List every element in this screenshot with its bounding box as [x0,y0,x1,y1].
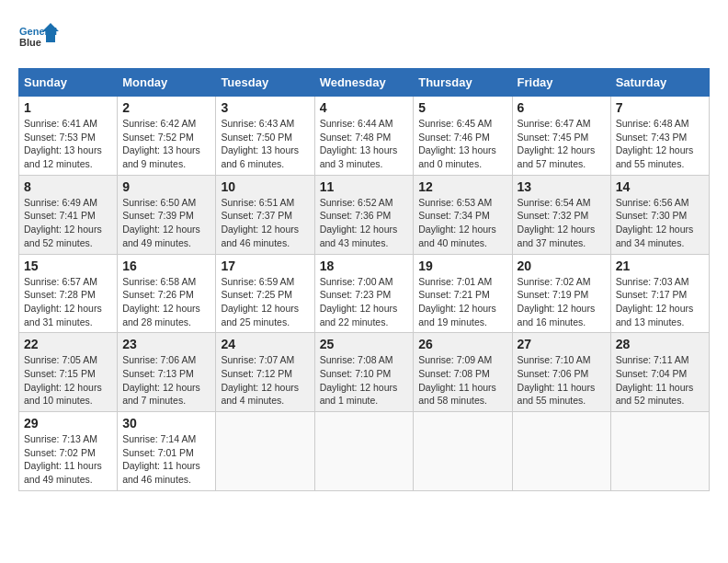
cell-info: Sunrise: 7:14 AMSunset: 7:01 PMDaylight:… [122,433,200,485]
day-number: 27 [518,337,606,351]
day-number: 18 [320,259,409,273]
day-number: 6 [518,100,606,115]
calendar-cell: 14Sunrise: 6:56 AMSunset: 7:30 PMDayligh… [610,175,709,254]
calendar-cell: 28Sunrise: 7:11 AMSunset: 7:04 PMDayligh… [610,333,709,412]
calendar-cell [512,412,610,491]
calendar-cell: 12Sunrise: 6:53 AMSunset: 7:34 PMDayligh… [414,175,512,254]
calendar-cell: 18Sunrise: 7:00 AMSunset: 7:23 PMDayligh… [314,254,414,333]
cell-info: Sunrise: 7:05 AMSunset: 7:15 PMDaylight:… [24,354,102,406]
calendar-cell: 26Sunrise: 7:09 AMSunset: 7:08 PMDayligh… [414,333,512,412]
weekday-header-wednesday: Wednesday [314,69,414,97]
day-number: 1 [24,100,112,115]
calendar-row: 8Sunrise: 6:49 AMSunset: 7:41 PMDaylight… [19,175,710,254]
calendar-cell [314,412,414,491]
calendar-cell: 2Sunrise: 6:42 AMSunset: 7:52 PMDaylight… [118,97,216,176]
calendar-cell: 9Sunrise: 6:50 AMSunset: 7:39 PMDaylight… [118,175,216,254]
cell-info: Sunrise: 6:49 AMSunset: 7:41 PMDaylight:… [24,197,102,248]
cell-info: Sunrise: 7:00 AMSunset: 7:23 PMDaylight:… [320,276,398,327]
calendar-cell: 23Sunrise: 7:06 AMSunset: 7:13 PMDayligh… [118,333,216,412]
weekday-header-monday: Monday [118,69,216,97]
cell-info: Sunrise: 6:56 AMSunset: 7:30 PMDaylight:… [616,197,694,248]
day-number: 14 [616,179,704,194]
day-number: 15 [24,259,112,273]
calendar-cell: 27Sunrise: 7:10 AMSunset: 7:06 PMDayligh… [512,333,610,412]
weekday-header-tuesday: Tuesday [216,69,314,97]
weekday-header-thursday: Thursday [414,69,512,97]
calendar-row: 22Sunrise: 7:05 AMSunset: 7:15 PMDayligh… [19,333,710,412]
day-number: 7 [616,100,704,115]
calendar-cell: 3Sunrise: 6:43 AMSunset: 7:50 PMDaylight… [216,97,314,176]
day-number: 17 [221,259,309,273]
day-number: 30 [122,416,210,431]
day-number: 20 [518,259,606,273]
calendar-cell [216,412,314,491]
cell-info: Sunrise: 6:42 AMSunset: 7:52 PMDaylight:… [122,118,200,169]
calendar-cell: 21Sunrise: 7:03 AMSunset: 7:17 PMDayligh… [610,254,709,333]
day-number: 24 [221,337,309,351]
day-number: 21 [616,259,704,273]
calendar-cell: 20Sunrise: 7:02 AMSunset: 7:19 PMDayligh… [512,254,610,333]
cell-info: Sunrise: 7:07 AMSunset: 7:12 PMDaylight:… [221,354,299,406]
day-number: 2 [122,100,210,115]
weekday-header-saturday: Saturday [610,69,709,97]
weekday-header-sunday: Sunday [19,69,118,97]
cell-info: Sunrise: 6:41 AMSunset: 7:53 PMDaylight:… [24,118,102,169]
cell-info: Sunrise: 7:13 AMSunset: 7:02 PMDaylight:… [24,433,102,485]
cell-info: Sunrise: 6:58 AMSunset: 7:26 PMDaylight:… [122,276,200,327]
day-number: 23 [122,337,210,351]
calendar-cell: 1Sunrise: 6:41 AMSunset: 7:53 PMDaylight… [19,97,118,176]
cell-info: Sunrise: 7:08 AMSunset: 7:10 PMDaylight:… [320,354,398,406]
cell-info: Sunrise: 6:59 AMSunset: 7:25 PMDaylight:… [221,276,299,327]
cell-info: Sunrise: 6:52 AMSunset: 7:36 PMDaylight:… [320,197,398,248]
cell-info: Sunrise: 7:09 AMSunset: 7:08 PMDaylight:… [418,354,496,406]
calendar-cell: 19Sunrise: 7:01 AMSunset: 7:21 PMDayligh… [414,254,512,333]
calendar-row: 15Sunrise: 6:57 AMSunset: 7:28 PMDayligh… [19,254,710,333]
day-number: 12 [418,179,506,194]
calendar-cell: 11Sunrise: 6:52 AMSunset: 7:36 PMDayligh… [314,175,414,254]
cell-info: Sunrise: 6:48 AMSunset: 7:43 PMDaylight:… [616,118,694,169]
calendar-cell: 7Sunrise: 6:48 AMSunset: 7:43 PMDaylight… [610,97,709,176]
day-number: 29 [24,416,112,431]
page-header: General Blue [18,18,710,59]
calendar-row: 29Sunrise: 7:13 AMSunset: 7:02 PMDayligh… [19,412,710,491]
cell-info: Sunrise: 7:01 AMSunset: 7:21 PMDaylight:… [418,276,496,327]
day-number: 28 [616,337,704,351]
day-number: 13 [518,179,606,194]
day-number: 4 [320,100,409,115]
cell-info: Sunrise: 6:43 AMSunset: 7:50 PMDaylight:… [221,118,299,169]
calendar-cell: 15Sunrise: 6:57 AMSunset: 7:28 PMDayligh… [19,254,118,333]
calendar-row: 1Sunrise: 6:41 AMSunset: 7:53 PMDaylight… [19,97,710,176]
cell-info: Sunrise: 6:47 AMSunset: 7:45 PMDaylight:… [518,118,596,169]
cell-info: Sunrise: 7:11 AMSunset: 7:04 PMDaylight:… [616,354,694,406]
cell-info: Sunrise: 6:53 AMSunset: 7:34 PMDaylight:… [418,197,496,248]
calendar-cell: 16Sunrise: 6:58 AMSunset: 7:26 PMDayligh… [118,254,216,333]
day-number: 16 [122,259,210,273]
cell-info: Sunrise: 7:03 AMSunset: 7:17 PMDaylight:… [616,276,694,327]
day-number: 11 [320,179,409,194]
calendar-cell: 24Sunrise: 7:07 AMSunset: 7:12 PMDayligh… [216,333,314,412]
cell-info: Sunrise: 7:06 AMSunset: 7:13 PMDaylight:… [122,354,200,406]
calendar-cell: 25Sunrise: 7:08 AMSunset: 7:10 PMDayligh… [314,333,414,412]
logo: General Blue [18,18,59,59]
calendar-cell: 13Sunrise: 6:54 AMSunset: 7:32 PMDayligh… [512,175,610,254]
calendar-cell: 5Sunrise: 6:45 AMSunset: 7:46 PMDaylight… [414,97,512,176]
cell-info: Sunrise: 6:50 AMSunset: 7:39 PMDaylight:… [122,197,200,248]
day-number: 22 [24,337,112,351]
calendar-cell: 30Sunrise: 7:14 AMSunset: 7:01 PMDayligh… [118,412,216,491]
cell-info: Sunrise: 6:51 AMSunset: 7:37 PMDaylight:… [221,197,299,248]
calendar-cell: 10Sunrise: 6:51 AMSunset: 7:37 PMDayligh… [216,175,314,254]
logo-svg: General Blue [18,18,59,59]
day-number: 19 [418,259,506,273]
day-number: 5 [418,100,506,115]
cell-info: Sunrise: 7:10 AMSunset: 7:06 PMDaylight:… [518,354,596,406]
day-number: 26 [418,337,506,351]
calendar-cell: 22Sunrise: 7:05 AMSunset: 7:15 PMDayligh… [19,333,118,412]
calendar-cell: 4Sunrise: 6:44 AMSunset: 7:48 PMDaylight… [314,97,414,176]
weekday-header-friday: Friday [512,69,610,97]
calendar-body: 1Sunrise: 6:41 AMSunset: 7:53 PMDaylight… [19,97,710,491]
cell-info: Sunrise: 7:02 AMSunset: 7:19 PMDaylight:… [518,276,596,327]
calendar-table: SundayMondayTuesdayWednesdayThursdayFrid… [18,68,710,491]
calendar-header: SundayMondayTuesdayWednesdayThursdayFrid… [19,69,710,97]
weekday-header-row: SundayMondayTuesdayWednesdayThursdayFrid… [19,69,710,97]
day-number: 25 [320,337,409,351]
